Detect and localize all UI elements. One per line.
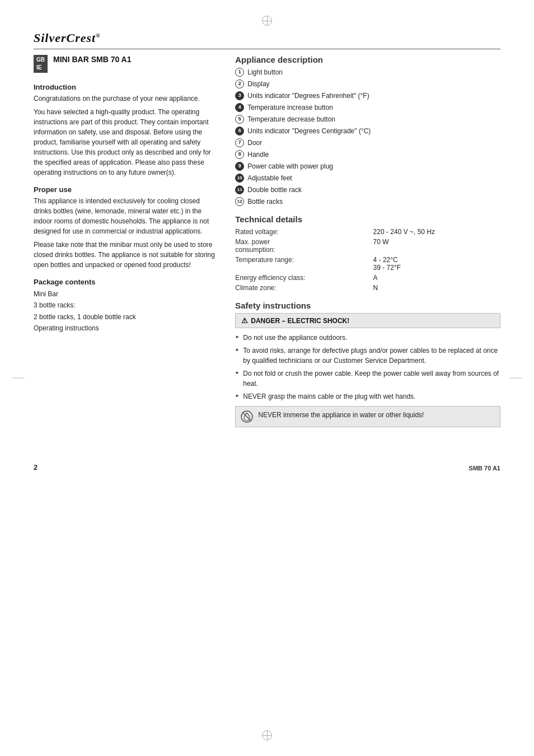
tech-table: Rated voltage: 220 - 240 V ~, 50 Hz Max.… [235, 227, 500, 293]
package-item-3: Operating instructions [34, 323, 216, 334]
appl-num-10: 10 [235, 174, 244, 183]
appl-text-4: Temperature increase button [247, 102, 333, 113]
safety-instructions-section: Safety instructions ⚠ DANGER – ELECTRIC … [235, 301, 500, 427]
appl-num-1: 1 [235, 68, 244, 77]
tech-label-energy: Energy efficiency class: [235, 273, 373, 283]
introduction-section: Introduction Congratulations on the purc… [34, 83, 216, 178]
safety-list: Do not use the appliance outdoors. To av… [235, 333, 500, 402]
appliance-list: 1 Light button 2 Display 3 Units indicat… [235, 67, 500, 207]
warning-icon: ⚠ [241, 316, 248, 325]
appl-num-7: 7 [235, 138, 244, 147]
introduction-heading: Introduction [34, 83, 216, 91]
tech-label-voltage: Rated voltage: [235, 227, 373, 237]
appl-item-12: 12 Bottle racks [235, 197, 500, 207]
main-content: GB IE MINI BAR SMB 70 A1 Introduction Co… [0, 55, 534, 435]
page: SilverCrest® GB IE MINI BAR SMB 70 A1 In… [0, 0, 534, 756]
appl-num-8: 8 [235, 150, 244, 159]
brand-name: SilverCrest® [34, 31, 500, 45]
proper-use-heading: Proper use [34, 185, 216, 194]
tech-row-temp: Temperature range: 4 - 22°C39 - 72°F [235, 255, 500, 273]
appl-text-12: Bottle racks [247, 197, 283, 207]
appl-item-9: 9 Power cable with power plug [235, 161, 500, 171]
danger-heading-text: DANGER – ELECTRIC SHOCK! [251, 317, 349, 325]
appl-item-3: 3 Units indicator "Degrees Fahrenheit" (… [235, 91, 500, 101]
appl-text-9: Power cable with power plug [247, 161, 333, 171]
brand-name-text: SilverCrest [34, 31, 96, 45]
tech-value-climate: N [373, 283, 500, 293]
proper-use-para1: This appliance is intended exclusively f… [34, 196, 216, 236]
safety-instructions-heading: Safety instructions [235, 301, 500, 310]
appl-num-12: 12 [235, 197, 244, 206]
header: SilverCrest® [0, 0, 534, 55]
appl-item-2: 2 Display [235, 79, 500, 89]
appl-item-4: 4 Temperature increase button [235, 102, 500, 113]
package-item-1: 3 bottle racks: [34, 300, 216, 311]
safety-note-text: NEVER immerse the appliance in water or … [258, 410, 424, 420]
package-item-0: Mini Bar [34, 288, 216, 300]
appl-num-6: 6 [235, 127, 244, 136]
danger-title: ⚠ DANGER – ELECTRIC SHOCK! [241, 316, 494, 325]
crop-mark-top [262, 16, 272, 26]
appl-item-10: 10 Adjustable feet [235, 173, 500, 183]
appliance-description-section: Appliance description 1 Light button 2 D… [235, 55, 500, 207]
footer: 2 SMB 70 A1 [0, 452, 534, 488]
tech-value-voltage: 220 - 240 V ~, 50 Hz [373, 227, 500, 237]
crop-mark-bottom [262, 730, 272, 740]
safety-item-2: To avoid risks, arrange for defective pl… [235, 346, 500, 366]
appl-text-6: Units indicator "Degrees Centigrade" (°C… [247, 126, 371, 136]
crop-mark-right [509, 378, 522, 379]
danger-box: ⚠ DANGER – ELECTRIC SHOCK! [235, 313, 500, 328]
crop-mark-left [12, 378, 25, 379]
safety-item-3: Do not fold or crush the power cable. Ke… [235, 368, 500, 389]
appl-text-8: Handle [247, 150, 269, 160]
right-column: Appliance description 1 Light button 2 D… [229, 55, 500, 435]
appl-item-1: 1 Light button [235, 67, 500, 77]
left-column: GB IE MINI BAR SMB 70 A1 Introduction Co… [34, 55, 229, 435]
appl-num-4: 4 [235, 103, 244, 112]
appl-item-11: 11 Double bottle rack [235, 185, 500, 195]
header-rule [34, 49, 500, 49]
tech-label-climate: Climate zone: [235, 283, 373, 293]
appl-item-5: 5 Temperature decrease button [235, 114, 500, 124]
country-ie: IE [36, 64, 45, 72]
footer-model: SMB 70 A1 [469, 465, 500, 472]
appl-num-2: 2 [235, 80, 244, 88]
tech-row-voltage: Rated voltage: 220 - 240 V ~, 50 Hz [235, 227, 500, 237]
country-gb: GB [36, 56, 45, 64]
no-water-icon [240, 410, 254, 423]
introduction-para1: Congratulations on the purchase of your … [34, 94, 216, 104]
appl-text-7: Door [247, 138, 262, 148]
tech-row-power: Max. powerconsumption: 70 W [235, 237, 500, 255]
country-badge: GB IE [34, 55, 48, 73]
tech-row-energy: Energy efficiency class: A [235, 273, 500, 283]
tech-row-climate: Climate zone: N [235, 283, 500, 293]
proper-use-section: Proper use This appliance is intended ex… [34, 185, 216, 270]
tech-value-temp: 4 - 22°C39 - 72°F [373, 255, 500, 273]
safety-item-1: Do not use the appliance outdoors. [235, 333, 500, 343]
package-contents-section: Package contents Mini Bar 3 bottle racks… [34, 278, 216, 334]
page-number: 2 [34, 463, 38, 472]
appl-num-9: 9 [235, 162, 244, 171]
svg-line-1 [242, 412, 251, 421]
tech-label-power: Max. powerconsumption: [235, 237, 373, 255]
safety-item-4: NEVER grasp the mains cable or the plug … [235, 391, 500, 402]
package-item-2: 2 bottle racks, 1 double bottle rack [34, 311, 216, 323]
proper-use-para2: Please take note that the minibar must o… [34, 240, 216, 270]
appl-num-11: 11 [235, 185, 244, 194]
appl-text-2: Display [247, 79, 269, 89]
appl-num-5: 5 [235, 115, 244, 124]
tech-label-temp: Temperature range: [235, 255, 373, 273]
tech-value-power: 70 W [373, 237, 500, 255]
product-title: MINI BAR SMB 70 A1 [53, 55, 132, 64]
technical-details-heading: Technical details [235, 214, 500, 224]
technical-details-section: Technical details Rated voltage: 220 - 2… [235, 214, 500, 293]
appl-text-3: Units indicator "Degrees Fahrenheit" (°F… [247, 91, 369, 101]
appl-text-10: Adjustable feet [247, 173, 292, 183]
appl-text-11: Double bottle rack [247, 185, 302, 195]
appl-item-7: 7 Door [235, 138, 500, 148]
safety-note: NEVER immerse the appliance in water or … [235, 406, 500, 427]
introduction-para2: You have selected a high-quality product… [34, 107, 216, 178]
appl-num-3: 3 [235, 91, 244, 100]
package-contents-heading: Package contents [34, 278, 216, 286]
appliance-description-heading: Appliance description [235, 55, 500, 64]
